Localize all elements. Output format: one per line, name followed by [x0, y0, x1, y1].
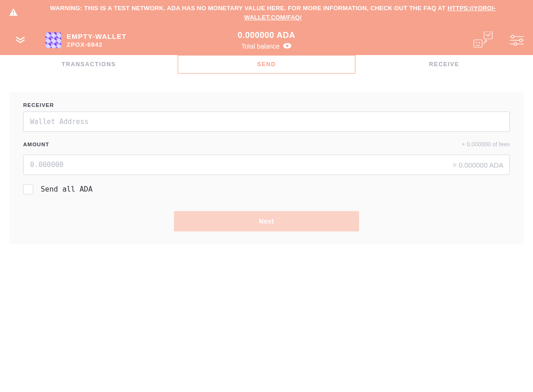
app-header: EMPTY-WALLET ZPOX-6942 0.000000 ADA Tota…	[0, 25, 533, 55]
warning-text-prefix: WARNING: THIS IS A TEST NETWORK. ADA HAS…	[50, 5, 447, 12]
fees-hint: + 0.000000 of fees	[462, 141, 510, 148]
balance-label: Total balance	[242, 43, 280, 50]
svg-point-6	[476, 42, 477, 44]
next-button[interactable]: Next	[174, 211, 359, 231]
svg-point-7	[479, 42, 480, 44]
send-form-card: RECEIVER AMOUNT + 0.000000 of fees = 0.0…	[9, 92, 524, 244]
wallet-avatar-icon	[45, 32, 61, 48]
balance-amount: 0.000000 ADA	[238, 31, 295, 40]
send-all-label: Send all ADA	[41, 185, 93, 193]
svg-point-13	[514, 43, 517, 45]
wallet-name: EMPTY-WALLET	[67, 32, 127, 40]
tab-send[interactable]: SEND	[178, 55, 355, 74]
upgrade-wallet-button[interactable]	[473, 31, 493, 49]
settings-button[interactable]	[510, 35, 524, 46]
warning-text: WARNING: THIS IS A TEST NETWORK. ADA HAS…	[22, 4, 524, 22]
receiver-field-group: RECEIVER	[23, 102, 510, 132]
svg-rect-0	[13, 11, 14, 13]
warning-triangle-icon	[9, 8, 18, 17]
send-panel: RECEIVER AMOUNT + 0.000000 of fees = 0.0…	[0, 74, 533, 254]
wallet-info: EMPTY-WALLET ZPOX-6942	[67, 32, 127, 48]
receiver-label: RECEIVER	[23, 102, 510, 108]
wallet-plate-id: ZPOX-6942	[67, 41, 127, 48]
amount-label: AMOUNT	[23, 142, 49, 147]
tab-receive[interactable]: RECEIVE	[355, 55, 533, 74]
amount-field-group: AMOUNT + 0.000000 of fees = 0.000000 ADA	[23, 141, 510, 175]
receiver-input[interactable]	[23, 112, 510, 132]
send-all-checkbox[interactable]	[23, 184, 33, 194]
svg-point-9	[511, 35, 514, 38]
menu-toggle-button[interactable]	[9, 29, 31, 51]
svg-point-11	[520, 39, 522, 42]
svg-point-3	[286, 44, 289, 47]
amount-input[interactable]	[23, 155, 510, 175]
svg-rect-1	[13, 14, 14, 15]
balance-block: 0.000000 ADA Total balance	[238, 31, 295, 50]
eye-icon[interactable]	[283, 42, 291, 50]
send-all-row: Send all ADA	[23, 184, 510, 194]
test-network-warning: WARNING: THIS IS A TEST NETWORK. ADA HAS…	[0, 0, 533, 25]
svg-rect-5	[474, 40, 482, 47]
wallet-tabs: TRANSACTIONS SEND RECEIVE	[0, 55, 533, 74]
tab-transactions[interactable]: TRANSACTIONS	[0, 55, 178, 74]
svg-rect-4	[484, 31, 492, 39]
